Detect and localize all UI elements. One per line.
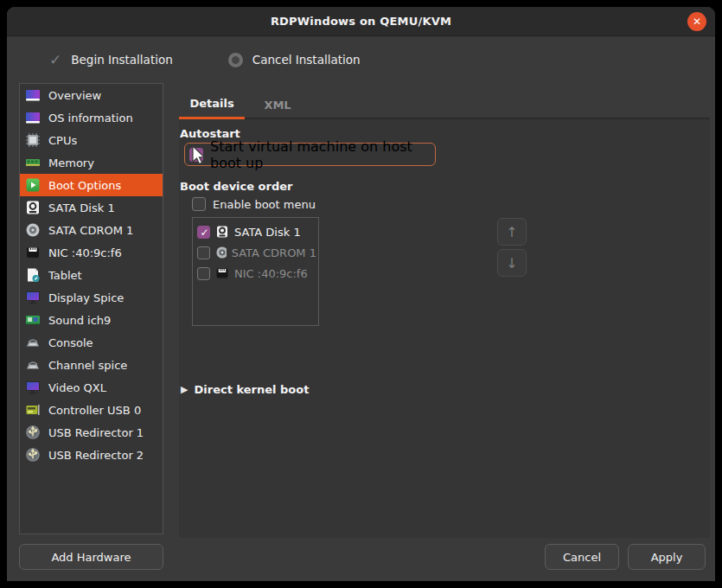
move-up-button[interactable]: ↑: [497, 218, 527, 246]
tab-details[interactable]: Details: [179, 90, 245, 119]
sidebar-item-video-qxl[interactable]: Video QXL: [20, 376, 163, 399]
cdrom-icon: [215, 246, 227, 259]
window-title: RDPWindows on QEMU/KVM: [271, 15, 451, 28]
sidebar-item-cpus[interactable]: CPUs: [20, 129, 163, 151]
monitor-gradient-icon: [25, 110, 41, 125]
display-icon: [25, 380, 41, 395]
arrow-up-icon: ↑: [506, 224, 517, 240]
vm-details-window: RDPWindows on QEMU/KVM ✕ ✓ Begin Install…: [7, 7, 715, 581]
display-icon: [25, 290, 41, 305]
arrow-down-icon: ↓: [506, 255, 517, 272]
sidebar-item-os-information[interactable]: OS information: [20, 106, 163, 129]
cancel-button[interactable]: Cancel: [545, 544, 619, 570]
disk-icon: [215, 225, 229, 239]
usb-icon: [25, 425, 41, 440]
cancel-installation-label: Cancel Installation: [252, 53, 361, 67]
boot-options-panel: Autostart Start virtual machine on host …: [179, 119, 710, 538]
titlebar[interactable]: RDPWindows on QEMU/KVM ✕: [7, 7, 715, 36]
controller-icon: [25, 402, 41, 418]
usb-icon: [25, 447, 41, 463]
begin-installation-label: Begin Installation: [71, 53, 173, 67]
boot-device-checkbox[interactable]: [197, 246, 210, 259]
boot-device-row-nic[interactable]: NIC :40:9c:f6: [195, 263, 316, 284]
boot-device-row-sata-cdrom-1[interactable]: SATA CDROM 1: [195, 242, 316, 263]
boot-device-checkbox[interactable]: [197, 267, 210, 280]
details-notebook: Details XML Autostart Start virtual mach…: [172, 83, 715, 538]
boot-device-order-header: Boot device order: [180, 180, 293, 193]
sidebar-item-sound-ich9[interactable]: Sound ich9: [20, 309, 163, 331]
sound-icon: [25, 312, 41, 328]
sidebar-item-console[interactable]: Console: [20, 331, 163, 354]
disk-icon: [25, 200, 41, 215]
tab-xml[interactable]: XML: [255, 90, 300, 119]
sidebar-item-usb-redirector-1[interactable]: USB Redirector 1: [20, 421, 163, 444]
add-hardware-button[interactable]: Add Hardware: [19, 544, 163, 570]
enable-boot-menu-label: Enable boot menu: [213, 198, 316, 211]
cdrom-icon: [25, 222, 41, 238]
sidebar-item-boot-options[interactable]: Boot Options: [20, 174, 163, 196]
nic-icon: [25, 245, 41, 260]
boot-icon: [25, 177, 41, 193]
action-bar: Add Hardware Cancel Apply: [7, 538, 715, 581]
boot-device-list[interactable]: SATA Disk 1 SATA CDROM 1 NIC :40:9c:f6: [192, 217, 319, 326]
sidebar-item-controller-usb-0[interactable]: Controller USB 0: [20, 399, 163, 421]
chevron-right-icon: ▶: [181, 384, 188, 395]
serial-icon: [25, 357, 41, 373]
sidebar-item-usb-redirector-2[interactable]: USB Redirector 2: [20, 444, 163, 466]
move-down-button[interactable]: ↓: [497, 249, 527, 277]
tablet-icon: [25, 267, 41, 283]
sidebar-item-channel-spice[interactable]: Channel spice: [20, 354, 163, 376]
cancel-circle-icon: [228, 53, 243, 67]
checkmark-icon: ✓: [49, 51, 61, 68]
enable-boot-menu-checkbox[interactable]: [192, 197, 206, 211]
sidebar-item-memory[interactable]: Memory: [20, 151, 163, 174]
begin-installation-button[interactable]: ✓ Begin Installation: [49, 51, 173, 68]
sidebar-item-overview[interactable]: Overview: [20, 84, 163, 106]
toolbar: ✓ Begin Installation Cancel Installation: [7, 37, 715, 82]
cancel-installation-button[interactable]: Cancel Installation: [228, 53, 361, 67]
mouse-cursor: [191, 145, 210, 168]
sidebar-item-sata-cdrom-1[interactable]: SATA CDROM 1: [20, 219, 163, 241]
hardware-list: Overview OS information CPUs Memory Boot…: [19, 83, 163, 534]
sidebar-item-nic[interactable]: NIC :40:9c:f6: [20, 241, 163, 264]
apply-button[interactable]: Apply: [628, 544, 706, 570]
close-icon[interactable]: ✕: [687, 12, 706, 31]
sidebar-item-display-spice[interactable]: Display Spice: [20, 286, 163, 309]
boot-device-row-sata-disk-1[interactable]: SATA Disk 1: [195, 221, 316, 242]
autostart-checkbox-label: Start virtual machine on host boot up: [210, 138, 435, 171]
enable-boot-menu-row[interactable]: Enable boot menu: [192, 197, 316, 211]
tab-strip: Details XML: [179, 83, 710, 119]
serial-icon: [25, 335, 41, 350]
direct-kernel-boot-expander[interactable]: ▶ Direct kernel boot: [181, 383, 309, 396]
boot-device-checkbox[interactable]: [197, 226, 210, 239]
autostart-checkbox-row[interactable]: Start virtual machine on host boot up: [184, 143, 436, 166]
memory-icon: [25, 155, 41, 170]
sidebar-item-tablet[interactable]: Tablet: [20, 264, 163, 286]
sidebar-item-sata-disk-1[interactable]: SATA Disk 1: [20, 196, 163, 219]
cpu-icon: [25, 132, 41, 148]
direct-kernel-boot-label: Direct kernel boot: [194, 383, 309, 396]
nic-icon: [215, 266, 229, 280]
monitor-gradient-icon: [25, 87, 41, 103]
